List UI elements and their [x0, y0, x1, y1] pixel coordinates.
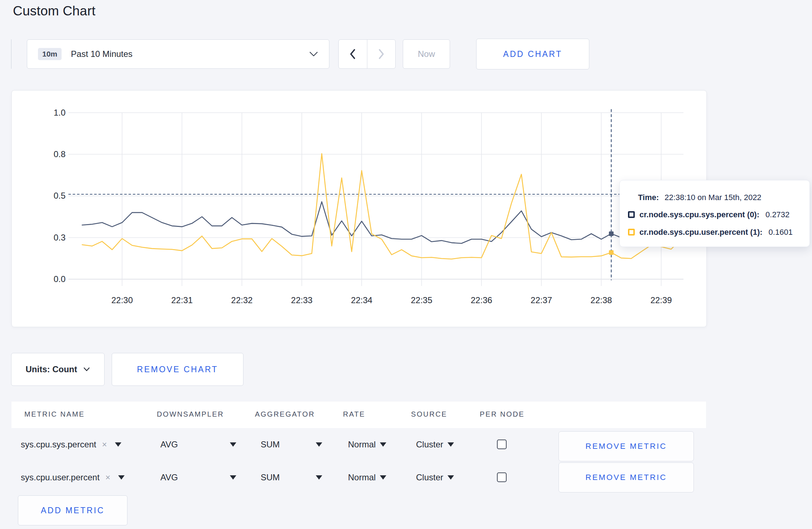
column-header-rate: RATE [343, 410, 365, 418]
metric-table-row: sys.cpu.user.percent×AVGSUMNormalCluster… [0, 461, 812, 494]
tooltip-series-value: 0.2732 [765, 210, 789, 219]
per-node-checkbox[interactable] [497, 440, 507, 449]
column-header-source: SOURCE [411, 410, 447, 418]
remove-metric-button[interactable]: REMOVE METRIC [559, 431, 694, 461]
units-select[interactable]: Units: Count [11, 353, 105, 386]
dropdown-caret-icon[interactable] [316, 442, 322, 447]
column-header-per-node: PER NODE [480, 410, 525, 418]
metrics-table-header: METRIC NAMEDOWNSAMPLERAGGREGATORRATESOUR… [11, 402, 706, 428]
aggregator-select[interactable]: SUM [261, 461, 322, 494]
series-line-user [82, 154, 681, 259]
rate-value: Normal [348, 440, 376, 450]
aggregator-value: SUM [261, 440, 280, 450]
tooltip-series-row: cr.node.sys.cpu.user.percent (1):0.1601 [628, 223, 809, 241]
time-range-label: Past 10 Minutes [71, 49, 132, 59]
metric-name-value: sys.cpu.user.percent [21, 472, 100, 482]
hover-point-user [609, 250, 614, 255]
metric-table-row: sys.cpu.sys.percent×AVGSUMNormalClusterR… [0, 428, 812, 461]
x-tick-label: 22:31 [171, 295, 193, 305]
downsampler-select[interactable]: AVG [160, 461, 236, 494]
x-tick-label: 22:37 [531, 295, 552, 305]
tooltip-series-label: cr.node.sys.cpu.user.percent (1): [639, 228, 763, 237]
x-tick-label: 22:35 [411, 295, 432, 305]
dropdown-caret-icon[interactable] [448, 475, 454, 480]
next-range-button[interactable] [367, 40, 396, 68]
source-select[interactable]: Cluster [416, 461, 454, 494]
page-title: Custom Chart [13, 4, 96, 19]
tooltip-series-value: 0.1601 [769, 228, 793, 237]
source-value: Cluster [416, 440, 443, 450]
time-range-pager [338, 39, 396, 69]
hover-point-sys [609, 231, 614, 236]
chevron-down-icon [83, 367, 90, 372]
chart-card: 0.00.30.50.81.022:3022:3122:3222:3322:34… [11, 90, 707, 327]
now-button[interactable]: Now [403, 39, 450, 69]
add-metric-button[interactable]: ADD METRIC [18, 495, 127, 525]
series-line-sys [82, 202, 681, 243]
rate-select[interactable]: Normal [348, 428, 386, 461]
chevron-left-icon [349, 49, 356, 59]
y-tick-label: 0.0 [54, 274, 66, 284]
x-tick-label: 22:34 [351, 295, 372, 305]
y-tick-label: 0.8 [54, 149, 66, 159]
metric-name-value: sys.cpu.sys.percent [21, 440, 96, 450]
remove-metric-button[interactable]: REMOVE METRIC [559, 462, 694, 492]
clear-metric-icon[interactable]: × [105, 472, 110, 482]
y-tick-label: 0.5 [54, 191, 66, 200]
dropdown-caret-icon[interactable] [380, 475, 386, 480]
dropdown-caret-icon[interactable] [230, 475, 236, 480]
add-chart-button[interactable]: ADD CHART [476, 39, 589, 69]
metric-name-select[interactable]: sys.cpu.user.percent× [21, 461, 125, 494]
dropdown-caret-icon[interactable] [230, 442, 236, 447]
time-range-select[interactable]: 10m Past 10 Minutes [27, 39, 329, 69]
x-tick-label: 22:36 [471, 295, 492, 305]
tooltip-series-swatch-icon [628, 211, 635, 218]
x-tick-label: 22:38 [590, 295, 612, 305]
column-header-aggregator: AGGREGATOR [255, 410, 315, 418]
prev-range-button[interactable] [339, 40, 367, 68]
tooltip-time-label: Time: [638, 193, 659, 202]
x-tick-label: 22:33 [291, 295, 313, 305]
cpu-usage-chart[interactable]: 0.00.30.50.81.022:3022:3122:3222:3322:34… [12, 91, 706, 326]
tooltip-series-swatch-icon [628, 229, 635, 236]
source-select[interactable]: Cluster [416, 428, 454, 461]
dropdown-caret-icon[interactable] [118, 475, 125, 480]
source-value: Cluster [416, 472, 443, 482]
aggregator-select[interactable]: SUM [261, 428, 322, 461]
rate-select[interactable]: Normal [348, 461, 386, 494]
dropdown-caret-icon[interactable] [316, 475, 322, 480]
downsampler-select[interactable]: AVG [160, 428, 236, 461]
dropdown-caret-icon[interactable] [448, 442, 454, 447]
rate-value: Normal [348, 472, 376, 482]
chevron-right-icon [378, 49, 385, 59]
tooltip-series-label: cr.node.sys.cpu.sys.percent (0): [639, 210, 759, 219]
dropdown-caret-icon[interactable] [115, 442, 121, 447]
downsampler-value: AVG [160, 440, 178, 450]
tooltip-time-value: 22:38:10 on Mar 15th, 2022 [664, 193, 761, 202]
downsampler-value: AVG [160, 472, 178, 482]
units-label: Units: Count [26, 364, 77, 374]
chart-tooltip: Time: 22:38:10 on Mar 15th, 2022 cr.node… [619, 180, 810, 247]
tooltip-series-row: cr.node.sys.cpu.sys.percent (0):0.2732 [628, 206, 809, 223]
clear-metric-icon[interactable]: × [102, 440, 107, 450]
y-tick-label: 0.3 [54, 233, 66, 242]
dropdown-caret-icon[interactable] [380, 442, 386, 447]
remove-chart-button[interactable]: REMOVE CHART [112, 353, 243, 386]
column-header-metric-name: METRIC NAME [24, 410, 85, 418]
y-tick-label: 1.0 [54, 108, 66, 117]
left-divider [11, 39, 11, 69]
chevron-down-icon [309, 51, 318, 57]
aggregator-value: SUM [261, 472, 280, 482]
x-tick-label: 22:39 [651, 295, 672, 305]
tooltip-time-row: Time: 22:38:10 on Mar 15th, 2022 [638, 189, 809, 206]
x-tick-label: 22:32 [231, 295, 253, 305]
per-node-checkbox[interactable] [497, 472, 507, 482]
column-header-downsampler: DOWNSAMPLER [157, 410, 224, 418]
x-tick-label: 22:30 [111, 295, 133, 305]
time-range-badge: 10m [38, 48, 62, 60]
metric-name-select[interactable]: sys.cpu.sys.percent× [21, 428, 121, 461]
